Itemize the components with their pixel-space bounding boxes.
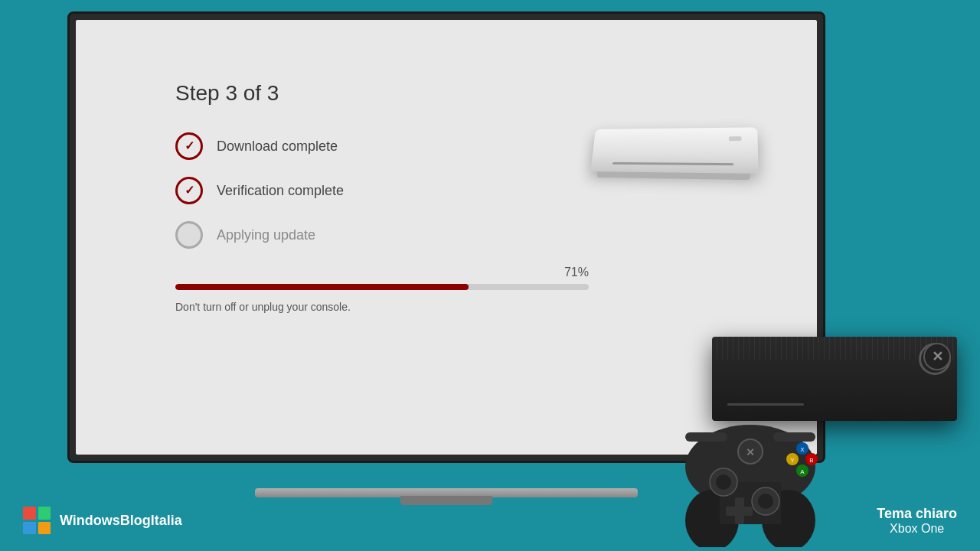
verification-label: Verification complete [217,183,344,199]
console-vent [712,337,957,360]
checkmark-2: ✓ [185,184,194,197]
xbox-body-white [590,127,758,174]
win-square-1 [23,507,36,520]
svg-rect-21 [773,432,815,442]
progress-bar-background [175,284,589,290]
applying-label: Applying update [217,227,315,243]
svg-text:✕: ✕ [746,446,755,458]
svg-text:A: A [800,468,805,475]
applying-pending-icon [175,221,203,249]
console-body-black: ✕ [712,337,957,421]
tema-chiaro-label: Tema chiaro [877,506,957,522]
checkmark-1: ✓ [185,140,194,152]
win-square-2 [38,507,51,520]
svg-text:X: X [800,446,805,453]
download-label: Download complete [217,139,338,155]
download-complete-icon: ✓ [175,132,203,160]
progress-area: 71% Don't turn off or unplug your consol… [175,266,717,313]
verification-complete-icon: ✓ [175,177,203,204]
xbox-logo-black: ✕ [923,343,951,370]
win-square-4 [38,522,51,535]
windows-logo-icon [23,507,51,534]
xbox-one-watermark-label: Xbox One [877,522,957,536]
progress-bar-fill [175,284,469,290]
right-info: Tema chiaro Xbox One [877,506,957,536]
svg-text:B: B [809,457,813,464]
warning-text: Don't turn off or unplug your console. [175,301,717,313]
svg-point-7 [716,474,731,490]
site-name: WindowsBlogItalia [60,513,182,529]
console-disc-slot-black [727,403,804,406]
svg-text:Y: Y [790,457,795,464]
step-title: Step 3 of 3 [175,81,717,106]
xbox-eject-button-white [729,136,742,141]
xbox-one-white-console [587,127,771,219]
svg-rect-20 [685,432,727,442]
windows-logo-area: WindowsBlogItalia [23,507,182,534]
xbox-disc-slot-white [612,162,733,165]
bottom-bar: WindowsBlogItalia Tema chiaro Xbox One [0,490,980,551]
step-item-applying: Applying update [175,221,717,249]
win-square-3 [23,522,36,535]
progress-percent: 71% [175,266,589,279]
